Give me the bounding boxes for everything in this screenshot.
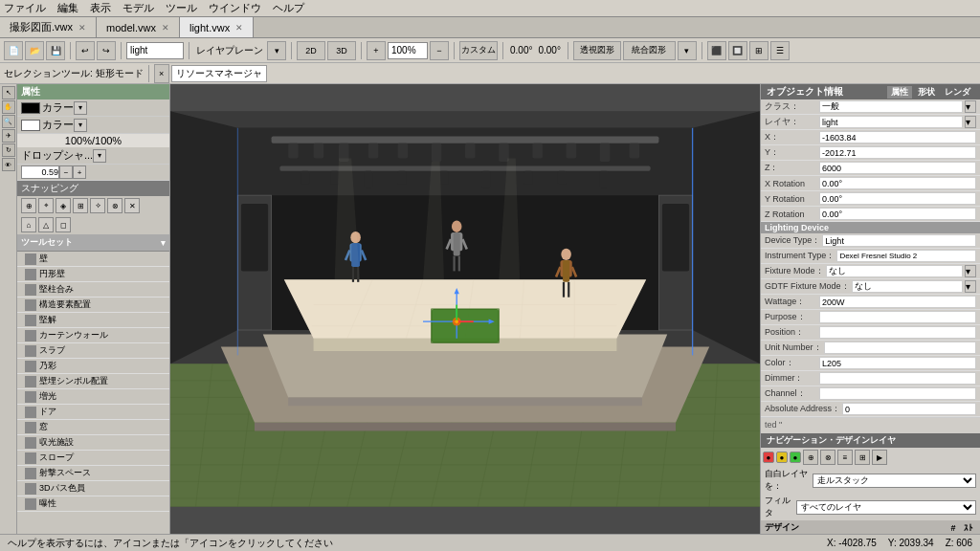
snap-btn-1[interactable]: ⊕: [21, 198, 36, 213]
toolset-item-curtain[interactable]: カーテンウォール: [17, 328, 169, 343]
tb-new[interactable]: 📄: [4, 41, 23, 60]
color-swatch-2[interactable]: [21, 120, 40, 131]
channel-value[interactable]: [819, 387, 976, 400]
toolset-item-stage[interactable]: 射撃スペース: [17, 466, 169, 481]
tb-icon4[interactable]: ☰: [770, 41, 790, 60]
fixture-mode-value[interactable]: なし: [826, 265, 963, 277]
tb-3d[interactable]: 3D: [327, 41, 356, 60]
tab-render[interactable]: レンダ: [941, 86, 974, 99]
search-input[interactable]: [126, 42, 184, 59]
y-value[interactable]: -2012.71: [819, 146, 976, 159]
toolset-item-hard[interactable]: 堅解: [17, 313, 169, 328]
rot-x-value[interactable]: 0.00°: [819, 177, 976, 189]
menu-help[interactable]: ヘルプ: [273, 1, 304, 15]
droplock-btn[interactable]: ▾: [93, 149, 106, 163]
toolset-item-wallsym[interactable]: 壁埋シンボル配置: [17, 374, 169, 389]
layer-value[interactable]: light: [819, 116, 963, 128]
snap-btn-9[interactable]: ◻: [56, 217, 71, 232]
wattage-value[interactable]: 200W: [819, 296, 976, 308]
color-btn-1[interactable]: ▾: [74, 101, 87, 115]
class-value[interactable]: 一般: [819, 100, 963, 113]
toolset-item-light[interactable]: 増光: [17, 389, 169, 405]
filter-select[interactable]: すべてのレイヤ: [796, 500, 976, 515]
toolset-item-3dpath[interactable]: 3Dパス色員: [17, 481, 169, 496]
nav-btn-yellow[interactable]: ●: [776, 452, 788, 463]
z-value[interactable]: 6000: [819, 162, 976, 174]
tab-file-2[interactable]: model.vwx ✕: [97, 17, 180, 37]
snap-btn-6[interactable]: ⊗: [107, 198, 122, 213]
snap-del[interactable]: ✕: [124, 198, 140, 213]
dimmer-value[interactable]: [819, 372, 976, 385]
toolset-item-door[interactable]: ドア: [17, 405, 169, 420]
nav-btn-3[interactable]: ≡: [837, 450, 853, 465]
menu-file[interactable]: ファイル: [4, 1, 46, 15]
props-minus[interactable]: −: [59, 165, 73, 179]
toolset-item-misc[interactable]: 曝性: [17, 496, 169, 512]
tab-close-1[interactable]: ✕: [78, 23, 86, 33]
position-value[interactable]: [819, 326, 976, 339]
snap-btn-5[interactable]: ⟡: [90, 198, 105, 213]
purpose-value[interactable]: [819, 311, 976, 323]
props-value-input[interactable]: [21, 165, 59, 179]
tab-attrs[interactable]: 属性: [887, 86, 912, 99]
lt-pointer[interactable]: ↖: [2, 86, 15, 99]
nav-btn-1[interactable]: ⊕: [803, 450, 818, 465]
zoom-input[interactable]: [388, 42, 428, 59]
snap-btn-8[interactable]: △: [38, 217, 54, 232]
lt-orbit[interactable]: ↻: [2, 143, 15, 157]
viewport-3d[interactable]: [170, 84, 760, 534]
toolset-item-ramp[interactable]: スロープ: [17, 451, 169, 466]
tab-file-3[interactable]: light.vwx ✕: [180, 17, 254, 37]
tb-icon3[interactable]: ⊞: [749, 41, 768, 60]
nav-btn-green[interactable]: ●: [790, 452, 801, 463]
toolset-item-slab[interactable]: スラブ: [17, 343, 169, 359]
tb-redo[interactable]: ↪: [97, 41, 116, 60]
tb-save[interactable]: 💾: [46, 41, 65, 60]
toolset-item-render[interactable]: 乃彩: [17, 359, 169, 374]
toolset-item-col[interactable]: 堅柱合み: [17, 282, 169, 298]
props-plus[interactable]: +: [73, 165, 86, 179]
resource-manager-bar[interactable]: リソースマネージャ: [171, 65, 267, 82]
tb-render1[interactable]: 透視図形: [573, 41, 621, 60]
tb-zoom-in[interactable]: +: [367, 41, 386, 60]
tb-open[interactable]: 📂: [25, 41, 44, 60]
menu-window[interactable]: ウインドウ: [209, 1, 261, 15]
tb-view-drop[interactable]: ▾: [267, 41, 286, 60]
tb-2d[interactable]: 2D: [297, 41, 325, 60]
snap-btn-4[interactable]: ⊞: [73, 198, 88, 213]
tab-close-3[interactable]: ✕: [235, 23, 243, 33]
tb2-mode1[interactable]: ×: [154, 64, 169, 83]
layer-expand-btn[interactable]: ▾: [965, 116, 976, 128]
nav-btn-red[interactable]: ●: [763, 452, 774, 463]
active-layer-select[interactable]: 走ルスタック: [813, 474, 976, 488]
toolset-item-struct[interactable]: 構造要素配置: [17, 298, 169, 313]
toolset-item-fixture[interactable]: 収光施設: [17, 435, 169, 451]
device-type-value[interactable]: Light: [822, 234, 976, 247]
tb-undo[interactable]: ↩: [76, 41, 95, 60]
snap-btn-7[interactable]: ⌂: [21, 217, 36, 232]
rot-z-value[interactable]: 0.00°: [819, 208, 976, 220]
class-expand-btn[interactable]: ▾: [965, 100, 976, 113]
menu-view[interactable]: 表示: [90, 1, 111, 15]
fixture-drop[interactable]: ▾: [965, 265, 976, 277]
nav-btn-5[interactable]: ▶: [872, 450, 887, 465]
menu-model[interactable]: モデル: [122, 1, 154, 15]
x-value[interactable]: -1603.84: [819, 131, 976, 143]
nav-btn-2[interactable]: ⊗: [820, 450, 835, 465]
tb-icon1[interactable]: ⬛: [707, 41, 726, 60]
lt-look[interactable]: 👁: [2, 158, 15, 171]
color-swatch-1[interactable]: [21, 102, 40, 114]
toolset-item-wall[interactable]: 壁: [17, 252, 169, 267]
instrument-type-value[interactable]: Dexel Fresnel Studio 2: [836, 250, 976, 262]
lt-pan[interactable]: ✋: [2, 100, 15, 114]
tb-custom[interactable]: カスタム: [459, 41, 498, 60]
unit-number-value[interactable]: [824, 342, 976, 354]
snap-btn-3[interactable]: ◈: [56, 198, 71, 213]
tab-file-1[interactable]: 撮影図面.vwx ✕: [0, 17, 97, 37]
tb-render-drop[interactable]: ▾: [678, 41, 697, 60]
rot-y-value[interactable]: 0.00°: [819, 192, 976, 205]
lt-zoom[interactable]: 🔍: [2, 115, 15, 128]
color-btn-2[interactable]: ▾: [74, 119, 87, 132]
nav-btn-4[interactable]: ⊞: [855, 450, 870, 465]
abs-addr-value[interactable]: 0: [842, 403, 976, 415]
